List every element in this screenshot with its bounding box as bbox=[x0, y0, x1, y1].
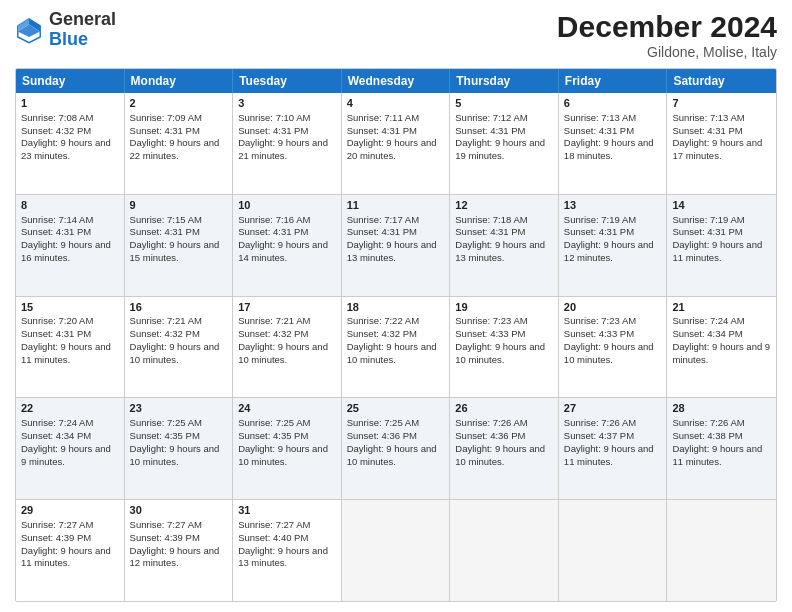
daylight: Daylight: 9 hours and 10 minutes. bbox=[130, 341, 220, 365]
calendar-cell: 31Sunrise: 7:27 AMSunset: 4:40 PMDayligh… bbox=[233, 500, 342, 601]
day-number: 12 bbox=[455, 198, 553, 213]
header-saturday: Saturday bbox=[667, 69, 776, 93]
header-monday: Monday bbox=[125, 69, 234, 93]
day-number: 9 bbox=[130, 198, 228, 213]
calendar-week-5: 29Sunrise: 7:27 AMSunset: 4:39 PMDayligh… bbox=[16, 500, 776, 601]
calendar-subtitle: Gildone, Molise, Italy bbox=[557, 44, 777, 60]
sunrise: Sunrise: 7:14 AM bbox=[21, 214, 93, 225]
daylight: Daylight: 9 hours and 12 minutes. bbox=[130, 545, 220, 569]
sunset: Sunset: 4:35 PM bbox=[130, 430, 200, 441]
sunset: Sunset: 4:32 PM bbox=[347, 328, 417, 339]
sunset: Sunset: 4:36 PM bbox=[347, 430, 417, 441]
sunset: Sunset: 4:31 PM bbox=[347, 226, 417, 237]
day-number: 11 bbox=[347, 198, 445, 213]
sunset: Sunset: 4:31 PM bbox=[564, 125, 634, 136]
day-number: 22 bbox=[21, 401, 119, 416]
calendar-cell: 10Sunrise: 7:16 AMSunset: 4:31 PMDayligh… bbox=[233, 195, 342, 296]
calendar-cell: 6Sunrise: 7:13 AMSunset: 4:31 PMDaylight… bbox=[559, 93, 668, 194]
calendar-week-4: 22Sunrise: 7:24 AMSunset: 4:34 PMDayligh… bbox=[16, 398, 776, 500]
sunset: Sunset: 4:34 PM bbox=[672, 328, 742, 339]
calendar-cell: 22Sunrise: 7:24 AMSunset: 4:34 PMDayligh… bbox=[16, 398, 125, 499]
sunrise: Sunrise: 7:27 AM bbox=[238, 519, 310, 530]
calendar-cell: 19Sunrise: 7:23 AMSunset: 4:33 PMDayligh… bbox=[450, 297, 559, 398]
page: General Blue December 2024 Gildone, Moli… bbox=[0, 0, 792, 612]
daylight: Daylight: 9 hours and 9 minutes. bbox=[672, 341, 770, 365]
daylight: Daylight: 9 hours and 10 minutes. bbox=[455, 341, 545, 365]
calendar-cell bbox=[342, 500, 451, 601]
day-number: 2 bbox=[130, 96, 228, 111]
sunrise: Sunrise: 7:23 AM bbox=[455, 315, 527, 326]
day-number: 31 bbox=[238, 503, 336, 518]
daylight: Daylight: 9 hours and 13 minutes. bbox=[347, 239, 437, 263]
day-number: 10 bbox=[238, 198, 336, 213]
sunrise: Sunrise: 7:22 AM bbox=[347, 315, 419, 326]
logo-icon bbox=[15, 16, 43, 44]
daylight: Daylight: 9 hours and 10 minutes. bbox=[347, 341, 437, 365]
daylight: Daylight: 9 hours and 23 minutes. bbox=[21, 137, 111, 161]
sunrise: Sunrise: 7:18 AM bbox=[455, 214, 527, 225]
day-number: 19 bbox=[455, 300, 553, 315]
sunrise: Sunrise: 7:26 AM bbox=[672, 417, 744, 428]
calendar-cell: 20Sunrise: 7:23 AMSunset: 4:33 PMDayligh… bbox=[559, 297, 668, 398]
header-tuesday: Tuesday bbox=[233, 69, 342, 93]
sunset: Sunset: 4:31 PM bbox=[21, 226, 91, 237]
sunrise: Sunrise: 7:26 AM bbox=[455, 417, 527, 428]
sunset: Sunset: 4:37 PM bbox=[564, 430, 634, 441]
header-thursday: Thursday bbox=[450, 69, 559, 93]
day-number: 8 bbox=[21, 198, 119, 213]
sunset: Sunset: 4:32 PM bbox=[238, 328, 308, 339]
daylight: Daylight: 9 hours and 9 minutes. bbox=[21, 443, 111, 467]
logo: General Blue bbox=[15, 10, 116, 50]
calendar-cell: 11Sunrise: 7:17 AMSunset: 4:31 PMDayligh… bbox=[342, 195, 451, 296]
header: General Blue December 2024 Gildone, Moli… bbox=[15, 10, 777, 60]
sunset: Sunset: 4:31 PM bbox=[347, 125, 417, 136]
logo-line2: Blue bbox=[49, 30, 116, 50]
calendar-cell: 25Sunrise: 7:25 AMSunset: 4:36 PMDayligh… bbox=[342, 398, 451, 499]
calendar-cell: 2Sunrise: 7:09 AMSunset: 4:31 PMDaylight… bbox=[125, 93, 234, 194]
sunrise: Sunrise: 7:16 AM bbox=[238, 214, 310, 225]
day-number: 3 bbox=[238, 96, 336, 111]
daylight: Daylight: 9 hours and 14 minutes. bbox=[238, 239, 328, 263]
daylight: Daylight: 9 hours and 21 minutes. bbox=[238, 137, 328, 161]
day-number: 14 bbox=[672, 198, 771, 213]
sunrise: Sunrise: 7:13 AM bbox=[564, 112, 636, 123]
daylight: Daylight: 9 hours and 13 minutes. bbox=[238, 545, 328, 569]
day-number: 21 bbox=[672, 300, 771, 315]
calendar-cell: 7Sunrise: 7:13 AMSunset: 4:31 PMDaylight… bbox=[667, 93, 776, 194]
daylight: Daylight: 9 hours and 11 minutes. bbox=[21, 545, 111, 569]
calendar-cell: 16Sunrise: 7:21 AMSunset: 4:32 PMDayligh… bbox=[125, 297, 234, 398]
calendar: Sunday Monday Tuesday Wednesday Thursday… bbox=[15, 68, 777, 602]
sunrise: Sunrise: 7:27 AM bbox=[21, 519, 93, 530]
sunrise: Sunrise: 7:26 AM bbox=[564, 417, 636, 428]
calendar-cell: 8Sunrise: 7:14 AMSunset: 4:31 PMDaylight… bbox=[16, 195, 125, 296]
daylight: Daylight: 9 hours and 10 minutes. bbox=[130, 443, 220, 467]
calendar-cell: 21Sunrise: 7:24 AMSunset: 4:34 PMDayligh… bbox=[667, 297, 776, 398]
daylight: Daylight: 9 hours and 22 minutes. bbox=[130, 137, 220, 161]
sunset: Sunset: 4:33 PM bbox=[455, 328, 525, 339]
sunrise: Sunrise: 7:10 AM bbox=[238, 112, 310, 123]
daylight: Daylight: 9 hours and 10 minutes. bbox=[238, 341, 328, 365]
day-number: 13 bbox=[564, 198, 662, 213]
sunrise: Sunrise: 7:20 AM bbox=[21, 315, 93, 326]
sunset: Sunset: 4:31 PM bbox=[672, 125, 742, 136]
daylight: Daylight: 9 hours and 20 minutes. bbox=[347, 137, 437, 161]
calendar-cell: 12Sunrise: 7:18 AMSunset: 4:31 PMDayligh… bbox=[450, 195, 559, 296]
calendar-cell: 4Sunrise: 7:11 AMSunset: 4:31 PMDaylight… bbox=[342, 93, 451, 194]
sunrise: Sunrise: 7:15 AM bbox=[130, 214, 202, 225]
day-number: 18 bbox=[347, 300, 445, 315]
daylight: Daylight: 9 hours and 10 minutes. bbox=[238, 443, 328, 467]
header-sunday: Sunday bbox=[16, 69, 125, 93]
calendar-cell: 1Sunrise: 7:08 AMSunset: 4:32 PMDaylight… bbox=[16, 93, 125, 194]
day-number: 20 bbox=[564, 300, 662, 315]
calendar-header: Sunday Monday Tuesday Wednesday Thursday… bbox=[16, 69, 776, 93]
daylight: Daylight: 9 hours and 10 minutes. bbox=[564, 341, 654, 365]
sunset: Sunset: 4:34 PM bbox=[21, 430, 91, 441]
sunrise: Sunrise: 7:12 AM bbox=[455, 112, 527, 123]
sunset: Sunset: 4:32 PM bbox=[130, 328, 200, 339]
sunrise: Sunrise: 7:27 AM bbox=[130, 519, 202, 530]
daylight: Daylight: 9 hours and 11 minutes. bbox=[672, 239, 762, 263]
sunset: Sunset: 4:31 PM bbox=[130, 125, 200, 136]
calendar-cell: 3Sunrise: 7:10 AMSunset: 4:31 PMDaylight… bbox=[233, 93, 342, 194]
day-number: 5 bbox=[455, 96, 553, 111]
daylight: Daylight: 9 hours and 11 minutes. bbox=[672, 443, 762, 467]
